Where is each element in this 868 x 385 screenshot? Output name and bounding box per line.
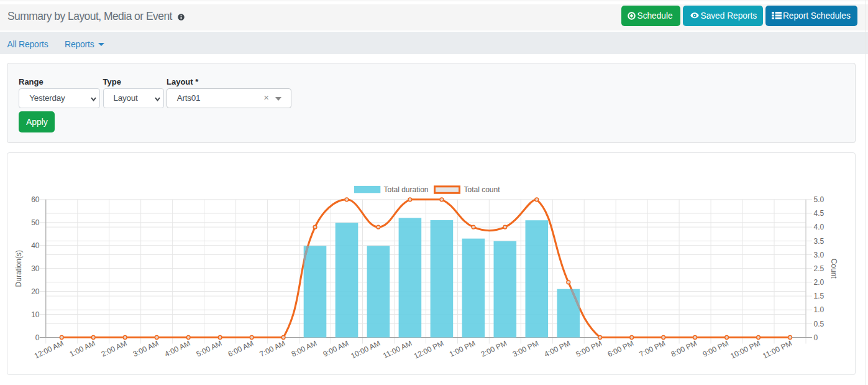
svg-text:Total count: Total count	[464, 185, 501, 194]
svg-text:4:00 AM: 4:00 AM	[163, 339, 192, 359]
svg-text:1.5: 1.5	[814, 292, 825, 300]
svg-text:8:00 AM: 8:00 AM	[290, 339, 319, 359]
svg-text:11:00 PM: 11:00 PM	[761, 339, 793, 361]
svg-text:7:00 AM: 7:00 AM	[258, 339, 287, 359]
svg-text:4.0: 4.0	[814, 223, 825, 231]
svg-text:9:00 PM: 9:00 PM	[701, 339, 730, 359]
svg-text:4.5: 4.5	[814, 209, 825, 218]
svg-text:2.0: 2.0	[814, 278, 825, 287]
svg-text:3.5: 3.5	[814, 237, 825, 246]
svg-text:0: 0	[35, 333, 40, 342]
svg-text:50: 50	[31, 218, 40, 227]
svg-text:10:00 PM: 10:00 PM	[729, 339, 762, 361]
svg-text:Total duration: Total duration	[384, 185, 429, 194]
svg-text:3:00 PM: 3:00 PM	[511, 339, 540, 359]
svg-text:Duration(s): Duration(s)	[14, 250, 23, 287]
svg-text:8:00 PM: 8:00 PM	[670, 339, 698, 359]
svg-text:60: 60	[31, 195, 40, 204]
svg-text:5:00 PM: 5:00 PM	[575, 339, 603, 359]
svg-text:2.5: 2.5	[814, 264, 825, 273]
svg-text:0: 0	[814, 333, 818, 342]
svg-text:1.0: 1.0	[814, 305, 825, 314]
svg-text:5:00 AM: 5:00 AM	[195, 339, 224, 359]
svg-text:6:00 PM: 6:00 PM	[606, 339, 635, 359]
svg-text:5.0: 5.0	[814, 195, 825, 204]
svg-text:9:00 AM: 9:00 AM	[322, 339, 350, 359]
svg-text:7:00 PM: 7:00 PM	[638, 339, 667, 359]
svg-text:0.5: 0.5	[814, 320, 825, 328]
svg-text:10: 10	[31, 310, 40, 319]
svg-text:12:00 PM: 12:00 PM	[413, 339, 445, 361]
svg-text:40: 40	[31, 241, 40, 250]
svg-text:20: 20	[31, 287, 40, 296]
svg-text:11:00 AM: 11:00 AM	[381, 339, 413, 360]
svg-text:3.0: 3.0	[814, 251, 825, 259]
svg-text:3:00 AM: 3:00 AM	[132, 339, 160, 359]
svg-text:4:00 PM: 4:00 PM	[543, 339, 572, 359]
svg-text:10:00 AM: 10:00 AM	[350, 339, 382, 361]
svg-text:Count: Count	[829, 259, 838, 279]
svg-text:2:00 AM: 2:00 AM	[100, 339, 129, 359]
svg-text:1:00 PM: 1:00 PM	[448, 339, 477, 359]
svg-text:1:00 AM: 1:00 AM	[68, 339, 97, 359]
svg-text:12:00 AM: 12:00 AM	[33, 339, 65, 361]
svg-text:6:00 AM: 6:00 AM	[227, 339, 255, 359]
svg-text:30: 30	[31, 264, 40, 273]
svg-text:2:00 PM: 2:00 PM	[480, 339, 508, 359]
